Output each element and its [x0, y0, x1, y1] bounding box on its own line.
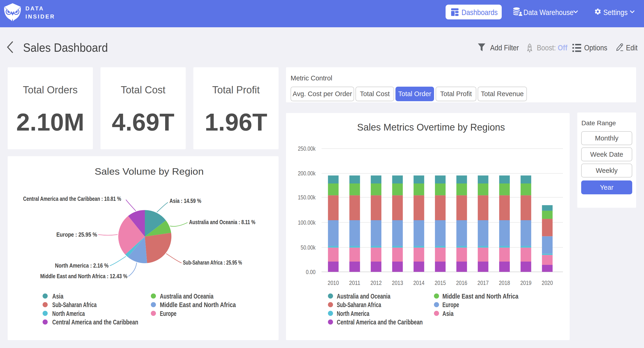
svg-text:North America: North America: [52, 310, 85, 317]
svg-text:Australia and Oceania: Australia and Oceania: [160, 292, 214, 300]
svg-text:50.00k: 50.00k: [301, 244, 316, 251]
svg-text:Sales Volume by Region: Sales Volume by Region: [95, 166, 204, 177]
svg-text:Asia: Asia: [442, 310, 454, 317]
svg-text:2012: 2012: [370, 280, 382, 286]
svg-text:Europe : 25.95 %: Europe : 25.95 %: [56, 231, 97, 238]
svg-text:2016: 2016: [456, 280, 467, 286]
svg-text:Middle East and North Africa: Middle East and North Africa: [442, 292, 518, 300]
svg-text:Australia and Oceania: Australia and Oceania: [337, 292, 390, 300]
svg-text:Middle East and North Africa: Middle East and North Africa: [160, 301, 236, 308]
svg-text:Middle East and North Africa :: Middle East and North Africa : 12.43 %: [40, 273, 128, 280]
svg-text:Sub-Saharan Africa : 25.95 %: Sub-Saharan Africa : 25.95 %: [183, 259, 242, 266]
svg-text:Australia and Oceania : 8.11 %: Australia and Oceania : 8.11 %: [189, 219, 256, 225]
svg-text:150.00k: 150.00k: [298, 194, 316, 201]
svg-text:2018: 2018: [499, 280, 510, 286]
svg-text:Central America and the Caribb: Central America and the Caribbean: [52, 318, 138, 326]
svg-text:Central America and the Caribb: Central America and the Caribbean : 10.8…: [23, 195, 121, 202]
svg-text:200.00k: 200.00k: [298, 170, 316, 177]
svg-text:2013: 2013: [392, 280, 403, 286]
svg-text:2015: 2015: [435, 280, 446, 286]
svg-text:100.00k: 100.00k: [298, 219, 316, 226]
svg-text:Sub-Saharan Africa: Sub-Saharan Africa: [52, 301, 97, 308]
svg-text:2014: 2014: [413, 280, 424, 286]
svg-text:2020: 2020: [542, 280, 553, 286]
svg-text:2011: 2011: [349, 280, 360, 286]
svg-text:Central America and the Caribb: Central America and the Caribbean: [337, 318, 423, 326]
svg-text:0.00: 0.00: [306, 269, 316, 275]
svg-text:Europe: Europe: [160, 310, 176, 317]
svg-text:2019: 2019: [520, 280, 532, 286]
svg-text:250.00k: 250.00k: [298, 145, 316, 152]
svg-text:2017: 2017: [478, 280, 489, 286]
svg-text:North America : 2.16 %: North America : 2.16 %: [55, 262, 108, 269]
svg-text:Sub-Saharan Africa: Sub-Saharan Africa: [337, 301, 381, 308]
svg-text:Europe: Europe: [442, 301, 459, 308]
svg-text:Asia : 14.59 %: Asia : 14.59 %: [170, 197, 202, 204]
svg-text:North America: North America: [337, 310, 370, 317]
svg-text:Sales Metrics Overtime by Regi: Sales Metrics Overtime by Regions: [357, 122, 505, 133]
svg-text:2010: 2010: [328, 280, 339, 286]
svg-text:Asia: Asia: [52, 292, 64, 300]
